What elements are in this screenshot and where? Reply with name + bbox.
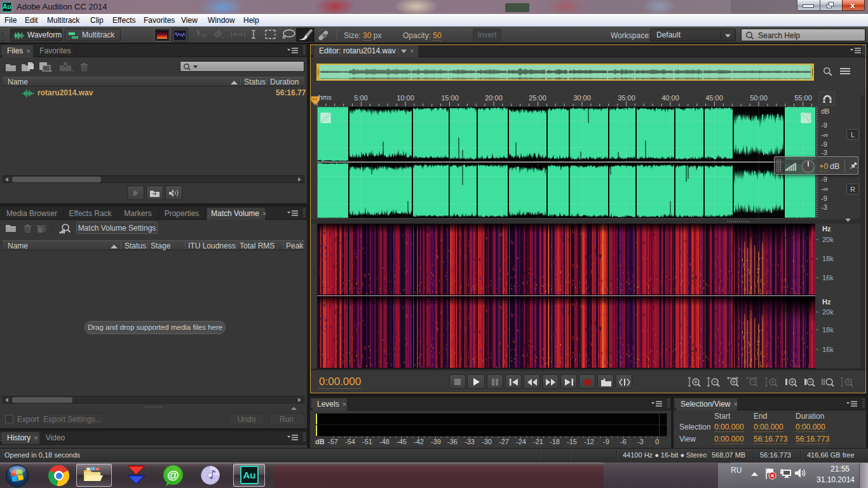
svg-text:hms: hms <box>318 93 332 101</box>
svg-text:@: @ <box>167 468 179 482</box>
svg-text:-57: -57 <box>328 438 338 445</box>
svg-text:16k: 16k <box>822 274 834 281</box>
svg-text:-3: -3 <box>637 438 644 445</box>
svg-text:15:00: 15:00 <box>441 94 459 102</box>
svg-text:-∞: -∞ <box>821 131 829 139</box>
svg-text:-9: -9 <box>603 438 609 445</box>
svg-text:-∞: -∞ <box>821 185 829 193</box>
svg-text:40:00: 40:00 <box>661 94 679 102</box>
svg-text:16k: 16k <box>822 346 834 353</box>
svg-text:20k: 20k <box>822 308 834 316</box>
svg-text:-36: -36 <box>447 438 458 445</box>
svg-text:-15: -15 <box>567 438 577 445</box>
svg-text:55:00: 55:00 <box>794 94 812 102</box>
svg-text:-33: -33 <box>465 438 475 445</box>
svg-text:20k: 20k <box>822 236 834 243</box>
svg-text:45:00: 45:00 <box>705 94 723 102</box>
svg-text:-30: -30 <box>482 438 492 445</box>
svg-text:Hz: Hz <box>822 298 831 306</box>
svg-text:5:00: 5:00 <box>354 94 367 102</box>
svg-text:-21: -21 <box>533 438 543 445</box>
svg-text:-9: -9 <box>821 175 827 183</box>
svg-text:20:00: 20:00 <box>485 94 503 102</box>
svg-text:-24: -24 <box>516 438 526 445</box>
svg-text:Hz: Hz <box>822 225 831 233</box>
svg-text:0: 0 <box>655 438 659 445</box>
svg-text:18k: 18k <box>822 326 834 334</box>
svg-text:-9: -9 <box>821 140 827 148</box>
svg-text:-3: -3 <box>821 149 827 156</box>
svg-text:-12: -12 <box>584 438 594 445</box>
svg-text:-18: -18 <box>550 438 560 445</box>
svg-text:-48: -48 <box>379 438 390 445</box>
svg-text:50:00: 50:00 <box>750 94 768 102</box>
svg-text:-42: -42 <box>414 438 424 445</box>
svg-text:-51: -51 <box>362 438 372 445</box>
svg-text:30:00: 30:00 <box>573 94 591 102</box>
svg-text:-9: -9 <box>821 121 827 129</box>
svg-text:-27: -27 <box>499 438 509 445</box>
svg-text:10:00: 10:00 <box>397 94 414 102</box>
svg-text:25:00: 25:00 <box>529 94 546 102</box>
svg-text:dB: dB <box>315 438 325 445</box>
svg-text:-54: -54 <box>345 438 355 445</box>
svg-text:dB: dB <box>821 107 829 115</box>
svg-text:-39: -39 <box>431 438 441 445</box>
svg-text:18k: 18k <box>822 255 834 262</box>
svg-text:-45: -45 <box>397 438 407 445</box>
svg-text:-9: -9 <box>821 194 827 202</box>
svg-text:-3: -3 <box>821 203 827 211</box>
svg-text:-6: -6 <box>620 438 627 445</box>
svg-text:35:00: 35:00 <box>618 94 635 102</box>
